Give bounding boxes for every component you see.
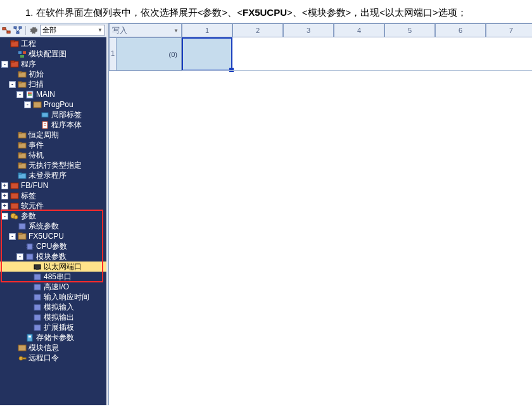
- svg-rect-50: [27, 254, 33, 260]
- tree-scan[interactable]: -扫描: [0, 79, 106, 89]
- svg-rect-39: [11, 203, 18, 209]
- svg-rect-44: [18, 233, 22, 234]
- toolbar-separator: [25, 26, 26, 35]
- folder-icon: [10, 191, 20, 200]
- svg-rect-16: [18, 72, 22, 73]
- tree-label[interactable]: +标签: [0, 191, 106, 201]
- svg-rect-0: [3, 27, 6, 30]
- tree-sys-params[interactable]: 系统参数: [0, 221, 106, 231]
- active-cell[interactable]: [182, 37, 232, 71]
- svg-rect-42: [19, 224, 25, 229]
- tree-program[interactable]: -程序: [0, 59, 106, 69]
- gear-icon[interactable]: [28, 25, 39, 35]
- tree-unreg-prog[interactable]: 未登录程序: [0, 170, 106, 180]
- tree-initial[interactable]: 初始: [0, 69, 106, 79]
- folder-icon: [17, 161, 27, 170]
- tree-no-exec-type[interactable]: 无执行类型指定: [0, 160, 106, 170]
- tree-module-params[interactable]: -模块参数: [0, 251, 106, 262]
- progpou-icon: [32, 100, 42, 109]
- svg-rect-30: [18, 142, 22, 144]
- tree-fixed-cycle[interactable]: 恒定周期: [0, 130, 106, 140]
- svg-rect-34: [18, 163, 22, 164]
- tree-prog-body[interactable]: 程序本体: [0, 120, 106, 130]
- analog-in-icon: [32, 303, 42, 312]
- intro-suffix: >、<模块参数>，出现<以太网端口>选项；: [287, 7, 467, 18]
- tree-remote-pwd[interactable]: 远程口令: [0, 353, 106, 363]
- grid-line: [182, 70, 532, 71]
- tree-fbfun[interactable]: +FB/FUN: [0, 180, 106, 191]
- tree-ext-board[interactable]: 扩展插板: [0, 322, 106, 332]
- serial-icon: [32, 272, 42, 281]
- rung-gutter[interactable]: (0): [117, 37, 182, 71]
- tree-module-config[interactable]: 模块配置图: [0, 49, 106, 59]
- svg-rect-11: [23, 51, 26, 54]
- svg-rect-56: [34, 305, 41, 310]
- svg-rect-55: [34, 294, 41, 300]
- sidebar-toolbar: 全部 ▼: [0, 23, 106, 37]
- chevron-down-icon: ▼: [174, 28, 179, 34]
- tree-event[interactable]: 事件: [0, 140, 106, 150]
- svg-rect-60: [28, 336, 31, 337]
- tree-main[interactable]: -MAIN: [0, 89, 106, 99]
- svg-rect-14: [11, 61, 15, 62]
- tree-project[interactable]: 工程: [0, 39, 106, 49]
- tree-analog-out[interactable]: 模拟输出: [0, 312, 106, 322]
- label-icon: [40, 110, 50, 119]
- svg-rect-20: [28, 92, 32, 94]
- tree-cpu-params[interactable]: CPU参数: [0, 241, 106, 251]
- hierarchy-icon[interactable]: [13, 25, 23, 35]
- connect-icon[interactable]: [1, 25, 11, 35]
- svg-rect-28: [18, 132, 22, 134]
- col-header-2[interactable]: 2: [232, 23, 283, 37]
- io-icon: [32, 282, 42, 291]
- folder-icon: [17, 171, 27, 180]
- tree-standby[interactable]: 待机: [0, 150, 106, 160]
- ext-board-icon: [32, 323, 42, 332]
- row-header-1[interactable]: 1: [109, 37, 117, 71]
- tree-device[interactable]: +软元件: [0, 201, 106, 211]
- program-unit-icon: [25, 90, 35, 99]
- module-params-icon: [25, 252, 35, 261]
- svg-rect-4: [19, 27, 22, 28]
- col-header-4[interactable]: 4: [334, 23, 384, 37]
- svg-rect-52: [36, 268, 39, 270]
- tree-mem-card[interactable]: 存储卡参数: [0, 332, 106, 343]
- prog-body-icon: [40, 120, 50, 129]
- svg-rect-59: [27, 334, 32, 341]
- tree-local-label[interactable]: 局部标签: [0, 110, 106, 120]
- params-icon: [10, 211, 20, 220]
- tree-input-resp[interactable]: 输入响应时间: [0, 292, 106, 302]
- remote-pwd-icon: [17, 353, 27, 362]
- tree-485-serial[interactable]: 485串口: [0, 272, 106, 282]
- col-header-7[interactable]: 7: [486, 23, 532, 37]
- filter-combo[interactable]: 全部 ▼: [40, 25, 105, 35]
- module-config-icon: [17, 49, 27, 58]
- cpu-params-icon: [25, 242, 35, 251]
- program-icon: [10, 60, 20, 68]
- tree-module-info[interactable]: 模块信息: [0, 343, 106, 353]
- tree-highspeed-io[interactable]: 高速I/O: [0, 282, 106, 292]
- col-header-1[interactable]: 1: [182, 23, 232, 37]
- tree-analog-in[interactable]: 模拟输入: [0, 302, 106, 312]
- ladder-editor[interactable]: 写入 ▼ 1 2 3 4 5 6 7 1 (0): [109, 23, 532, 405]
- svg-rect-22: [34, 102, 41, 108]
- fbfun-icon: [10, 181, 20, 190]
- folder-icon: [17, 151, 27, 160]
- editor-mode-combo[interactable]: 写入 ▼: [109, 23, 182, 37]
- tree-progpou[interactable]: -ProgPou: [0, 99, 106, 110]
- tree-eth-port[interactable]: 以太网端口: [0, 262, 106, 272]
- chevron-down-icon: ▼: [98, 27, 103, 33]
- svg-rect-54: [34, 284, 41, 290]
- svg-rect-9: [11, 41, 15, 42]
- col-header-3[interactable]: 3: [283, 23, 334, 37]
- tree-fx5ucpu[interactable]: -FX5UCPU: [0, 231, 106, 241]
- svg-rect-3: [14, 27, 16, 28]
- folder-icon: [17, 70, 27, 79]
- col-header-6[interactable]: 6: [435, 23, 486, 37]
- svg-rect-18: [18, 82, 22, 83]
- col-header-5[interactable]: 5: [384, 23, 435, 37]
- svg-rect-37: [11, 183, 18, 189]
- tree-params[interactable]: -参数: [0, 211, 106, 221]
- mem-card-icon: [25, 333, 35, 342]
- cpu-icon: [17, 232, 27, 241]
